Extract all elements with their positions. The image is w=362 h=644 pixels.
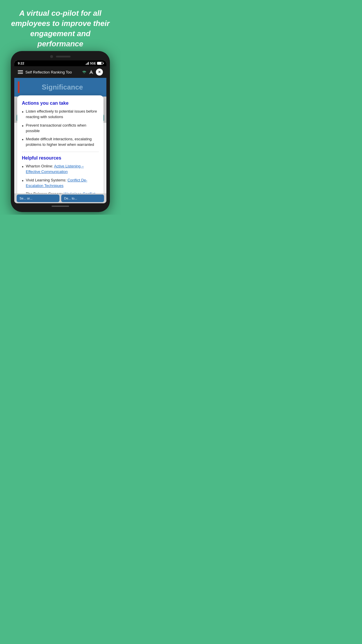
actions-title: Actions you can take bbox=[22, 101, 99, 106]
action-item-2: Prevent transactional conflicts when pos… bbox=[22, 123, 99, 134]
earpiece-speaker bbox=[56, 56, 71, 57]
blue-button-2[interactable]: De... to... bbox=[61, 195, 104, 202]
phone-bottom-bar bbox=[14, 206, 106, 207]
phone-mockup: 9:22 5GE bbox=[11, 51, 110, 212]
actions-list: Listen effectively to potential issues b… bbox=[22, 109, 99, 148]
significance-title: Significance bbox=[22, 83, 103, 91]
nav-title: Self Reflection Ranking Too bbox=[25, 70, 80, 74]
action-item-1: Listen effectively to potential issues b… bbox=[22, 109, 99, 120]
hamburger-menu-icon[interactable] bbox=[18, 70, 23, 74]
front-camera bbox=[50, 55, 53, 58]
navigation-icon bbox=[89, 70, 94, 74]
action-item-3: Mediate difficult interactions, escalati… bbox=[22, 136, 99, 148]
significance-bar: Significance bbox=[14, 78, 106, 97]
green-background: A virtual co-pilot for all employees to … bbox=[0, 0, 121, 55]
resources-title: Helpful resources bbox=[22, 155, 99, 161]
phone-top-bar bbox=[14, 55, 106, 58]
wifi-icon bbox=[82, 70, 87, 74]
signal-icon bbox=[86, 62, 89, 65]
divider bbox=[22, 152, 99, 152]
resource-item-1: Wharton Online: Active Listening – Effec… bbox=[22, 164, 99, 175]
red-accent-bar bbox=[18, 81, 20, 93]
bottom-button-row: Se... or... De... to... bbox=[14, 193, 106, 203]
network-type: 5GE bbox=[90, 62, 96, 65]
status-bar: 9:22 5GE bbox=[14, 60, 106, 66]
blue-button-1[interactable]: Se... or... bbox=[17, 195, 59, 202]
tagline-text: A virtual co-pilot for all employees to … bbox=[7, 8, 114, 49]
phone-screen: 9:22 5GE bbox=[14, 60, 106, 203]
phone-outer-shell: 9:22 5GE bbox=[11, 51, 110, 212]
close-button[interactable]: ✕ bbox=[96, 69, 103, 76]
modal-popup: Actions you can take Listen effectively … bbox=[17, 95, 103, 200]
app-nav-bar: Self Reflection Ranking Too ✕ bbox=[14, 66, 106, 78]
status-right: 5GE bbox=[86, 62, 103, 65]
resource-item-2: Vivid Learning Systems: Conflict De-Esca… bbox=[22, 178, 99, 189]
status-time: 9:22 bbox=[18, 62, 24, 65]
home-indicator bbox=[52, 206, 69, 207]
battery-icon bbox=[97, 62, 103, 65]
